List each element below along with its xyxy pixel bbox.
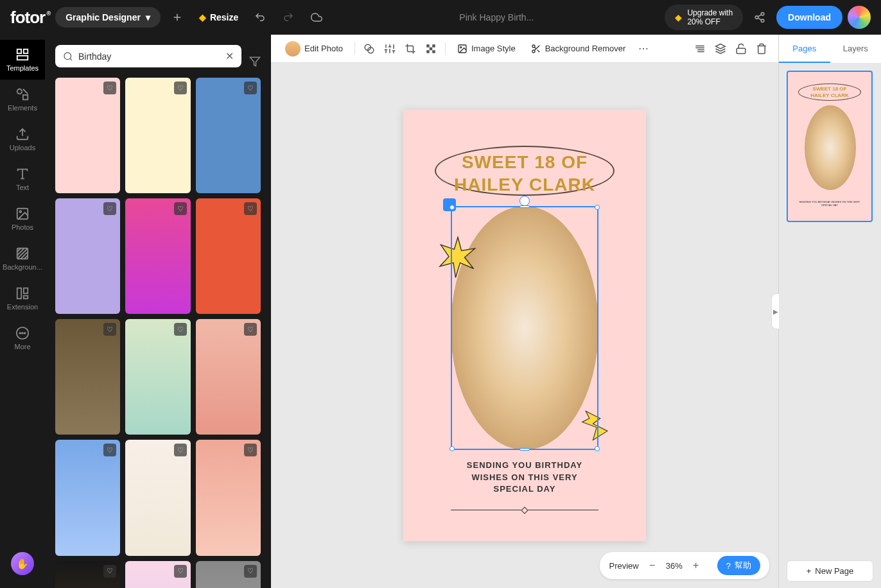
rotate-handle[interactable]	[519, 196, 530, 206]
role-dropdown[interactable]: Graphic Designer ▾	[55, 7, 161, 28]
template-item[interactable]: ♡	[125, 198, 190, 314]
resize-handle[interactable]	[449, 446, 455, 451]
favorite-icon[interactable]: ♡	[103, 444, 116, 456]
nav-text[interactable]: Text	[0, 159, 45, 199]
photos-icon	[15, 207, 30, 221]
tab-pages[interactable]: Pages	[779, 35, 830, 63]
template-item[interactable]: ♡	[196, 561, 261, 588]
nav-photos[interactable]: Photos	[0, 199, 45, 239]
svg-rect-11	[17, 288, 21, 299]
unlock-icon	[735, 43, 747, 55]
lock-button[interactable]	[732, 40, 750, 58]
favorite-icon[interactable]: ♡	[174, 444, 187, 456]
new-design-button[interactable]	[166, 6, 189, 29]
favorite-icon[interactable]: ♡	[103, 565, 116, 578]
template-item[interactable]: ♡	[125, 440, 190, 555]
svg-rect-30	[737, 48, 746, 53]
nav-more[interactable]: More	[0, 318, 45, 358]
selection-badge-icon[interactable]	[443, 198, 456, 211]
templates-icon	[15, 48, 30, 62]
preview-button[interactable]: Preview	[609, 561, 638, 571]
accessibility-button[interactable]: ✋	[11, 552, 34, 575]
clear-search-button[interactable]: ✕	[225, 50, 234, 62]
download-button[interactable]: Download	[776, 6, 842, 29]
favorite-icon[interactable]: ♡	[174, 202, 187, 215]
zoom-in-button[interactable]: +	[689, 558, 703, 573]
template-item[interactable]: ♡	[55, 440, 120, 555]
layers-button[interactable]	[711, 40, 729, 58]
favorite-icon[interactable]: ♡	[174, 82, 187, 94]
page-thumbnail[interactable]: SWEET 18 OF HAILEY CLARK SENDING YOU BIR…	[787, 71, 873, 222]
svg-point-28	[532, 45, 535, 48]
wish-text[interactable]: SENDING YOU BIRTHDAY WISHES ON THIS VERY…	[403, 460, 646, 495]
new-page-button[interactable]: + New Page	[787, 560, 873, 582]
template-item[interactable]: ♡	[125, 319, 190, 435]
template-item[interactable]: ♡	[55, 319, 120, 435]
upgrade-button[interactable]: ◆ Upgrade with 20% OFF	[665, 4, 743, 31]
delete-button[interactable]	[753, 40, 771, 58]
template-item[interactable]: ♡	[55, 561, 120, 588]
resize-handle[interactable]	[519, 448, 530, 451]
favorite-icon[interactable]: ♡	[103, 82, 116, 94]
canvas-viewport[interactable]: SWEET 18 OF HAILEY CLARK SEND	[271, 63, 778, 588]
template-item[interactable]: ♡	[196, 198, 261, 314]
filter-button[interactable]	[249, 56, 261, 67]
collapse-right-panel-button[interactable]: ▶	[771, 293, 779, 329]
cloud-icon	[311, 12, 322, 23]
image-style-button[interactable]: Image Style	[451, 40, 522, 58]
design-canvas[interactable]: SWEET 18 OF HAILEY CLARK SEND	[403, 110, 646, 541]
transparency-button[interactable]	[422, 40, 440, 58]
favorite-icon[interactable]: ♡	[244, 82, 257, 94]
favorite-icon[interactable]: ♡	[244, 565, 257, 578]
favorite-icon[interactable]: ♡	[174, 323, 187, 336]
redo-button[interactable]	[277, 6, 300, 29]
favorite-icon[interactable]: ♡	[244, 202, 257, 215]
nav-templates[interactable]: Templates	[0, 40, 45, 80]
divider-diamond[interactable]	[521, 506, 528, 514]
adjust-button[interactable]	[381, 40, 399, 58]
align-button[interactable]	[691, 40, 709, 58]
background-remover-button[interactable]: Background Remover	[525, 40, 632, 58]
nav-extension[interactable]: Extension	[0, 279, 45, 318]
share-button[interactable]	[748, 6, 771, 29]
tab-layers[interactable]: Layers	[830, 35, 882, 63]
user-avatar[interactable]	[848, 6, 871, 29]
resize-button[interactable]: ◆ Resize	[194, 12, 243, 22]
selection-box[interactable]	[451, 206, 598, 450]
logo[interactable]: fotor®	[10, 8, 45, 28]
document-title[interactable]: Pink Happy Birth...	[459, 12, 534, 22]
edit-photo-button[interactable]: Edit Photo	[279, 37, 349, 60]
cloud-save-button[interactable]	[305, 6, 328, 29]
context-toolbar: Edit Photo Image Style Background Remove…	[271, 35, 778, 63]
help-button[interactable]: ? 幫助	[717, 556, 760, 575]
favorite-icon[interactable]: ♡	[103, 323, 116, 336]
nav-background[interactable]: Backgroun...	[0, 239, 45, 279]
template-item[interactable]: ♡	[55, 78, 120, 193]
favorite-icon[interactable]: ♡	[103, 202, 116, 215]
title-text[interactable]: SWEET 18 OF HAILEY CLARK	[403, 151, 646, 196]
undo-button[interactable]	[249, 6, 272, 29]
template-item[interactable]: ♡	[125, 561, 190, 588]
nav-uploads[interactable]: Uploads	[0, 119, 45, 159]
zoom-out-button[interactable]: −	[645, 558, 659, 573]
template-item[interactable]: ♡	[196, 78, 261, 193]
resize-handle[interactable]	[449, 205, 455, 210]
template-item[interactable]: ♡	[196, 440, 261, 555]
resize-handle[interactable]	[519, 205, 530, 208]
favorite-icon[interactable]: ♡	[244, 444, 257, 456]
resize-handle[interactable]	[595, 446, 600, 451]
crop-button[interactable]	[401, 40, 419, 58]
search-input[interactable]	[78, 51, 220, 62]
clone-button[interactable]	[360, 40, 378, 58]
template-item[interactable]: ♡	[196, 319, 261, 435]
resize-handle[interactable]	[595, 205, 600, 210]
more-options-button[interactable]: ⋯	[634, 40, 652, 58]
template-item[interactable]: ♡	[55, 198, 120, 314]
favorite-icon[interactable]: ♡	[244, 323, 257, 336]
top-bar: fotor® Graphic Designer ▾ ◆ Resize Pink …	[0, 0, 881, 35]
svg-point-1	[755, 16, 758, 19]
template-item[interactable]: ♡	[125, 78, 190, 193]
favorite-icon[interactable]: ♡	[174, 565, 187, 578]
nav-elements[interactable]: Elements	[0, 80, 45, 119]
zoom-level[interactable]: 36%	[666, 561, 683, 571]
